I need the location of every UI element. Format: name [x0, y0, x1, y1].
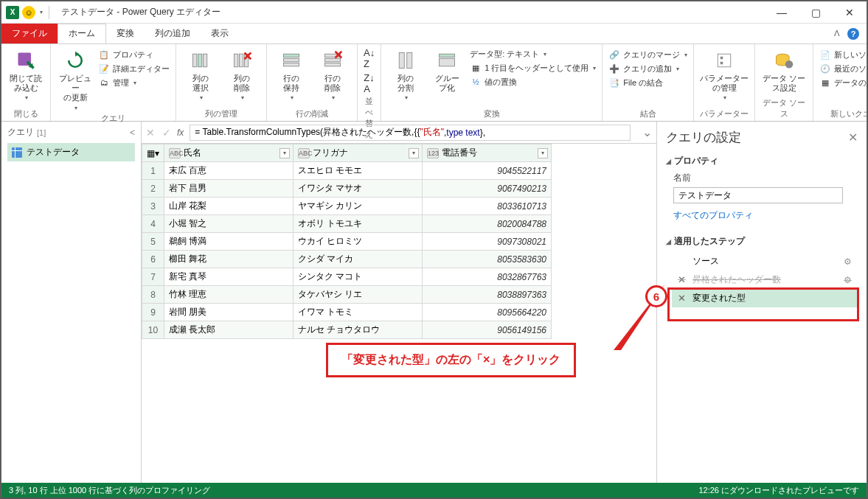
minimize-button[interactable]: ―	[765, 1, 799, 24]
data-type-button[interactable]: データ型: テキスト▾	[470, 49, 596, 60]
table-corner[interactable]: ▦▾	[142, 144, 164, 162]
group-by-button[interactable]: グルー プ化	[428, 47, 465, 93]
refresh-preview-button[interactable]: プレビュー の更新 ▾	[57, 47, 94, 111]
cell-furigana[interactable]: ナルセ チョウタロウ	[294, 321, 423, 339]
tab-file[interactable]: ファイル	[1, 24, 58, 43]
formula-expand-icon[interactable]: ⌄	[642, 125, 652, 139]
cell-phone[interactable]: 9097308021	[423, 233, 552, 251]
cell-phone[interactable]: 8053583630	[423, 251, 552, 268]
cell-furigana[interactable]: ヤマギシ カリン	[294, 198, 423, 215]
close-button[interactable]: ✕	[833, 1, 867, 24]
replace-values-button[interactable]: ½値の置換	[470, 76, 596, 88]
column-header-phone[interactable]: 123電話番号▾	[423, 144, 552, 162]
step-promoted-headers[interactable]: ✕昇格されたヘッダー数⚙	[672, 271, 858, 289]
fx-icon[interactable]: fx	[177, 128, 184, 138]
cell-name[interactable]: 小堀 智之	[164, 215, 294, 233]
advanced-editor-button[interactable]: 📝詳細エディター	[98, 63, 170, 74]
query-item[interactable]: テストデータ	[7, 143, 135, 161]
table-row[interactable]: 7 新宅 真琴 シンタク マコト 8032867763	[142, 268, 552, 286]
table-row[interactable]: 1 末広 百恵 スエヒロ モモエ 9045522117	[142, 162, 552, 180]
smiley-icon[interactable]: ☺	[22, 6, 35, 19]
cell-phone[interactable]: 8020084788	[423, 215, 552, 233]
cell-phone[interactable]: 9045522117	[423, 162, 552, 180]
gear-icon[interactable]: ⚙	[844, 257, 852, 267]
cell-furigana[interactable]: シンタク マコト	[294, 268, 423, 286]
cell-name[interactable]: 岩間 朋美	[164, 304, 294, 321]
table-row[interactable]: 10 成瀬 長太郎 ナルセ チョウタロウ 9056149156	[142, 321, 552, 339]
applied-steps-header[interactable]: 適用したステップ	[666, 235, 858, 248]
cell-phone[interactable]: 8033610713	[423, 198, 552, 215]
close-and-load-button[interactable]: 閉じて読 み込む ▾	[7, 47, 44, 101]
table-row[interactable]: 8 竹林 理恵 タケバヤシ リエ 8038897363	[142, 286, 552, 304]
column-header-name[interactable]: ABC氏名▾	[164, 144, 294, 162]
cell-name[interactable]: 鵜飼 博満	[164, 233, 294, 251]
table-row[interactable]: 4 小堀 智之 オボリ トモユキ 8020084788	[142, 215, 552, 233]
formula-input[interactable]: = Table.TransformColumnTypes(昇格されたヘッダー数,…	[190, 125, 631, 141]
qat-dropdown-icon[interactable]: ▾	[40, 9, 43, 15]
cell-phone[interactable]: 9067490213	[423, 180, 552, 198]
tab-home[interactable]: ホーム	[58, 24, 106, 43]
cell-name[interactable]: 竹林 理恵	[164, 286, 294, 304]
maximize-button[interactable]: ▢	[799, 1, 833, 24]
tab-addcolumn[interactable]: 列の追加	[145, 24, 201, 43]
manage-parameters-button[interactable]: パラメーター の管理▾	[700, 47, 749, 101]
sort-asc-button[interactable]: A↓Z	[364, 47, 375, 69]
enter-data-button[interactable]: ▦データの入力	[819, 77, 868, 88]
all-properties-link[interactable]: すべてのプロパティ	[673, 209, 858, 222]
table-row[interactable]: 2 岩下 昌男 イワシタ マサオ 9067490213	[142, 180, 552, 198]
properties-section-header[interactable]: プロパティ	[666, 155, 858, 167]
cell-furigana[interactable]: タケバヤシ リエ	[294, 286, 423, 304]
help-icon[interactable]: ?	[847, 28, 859, 40]
cell-phone[interactable]: 8032867763	[423, 268, 552, 286]
cell-furigana[interactable]: イワマ トモミ	[294, 304, 423, 321]
formula-accept-icon[interactable]: ✓	[162, 127, 171, 139]
collapse-ribbon-icon[interactable]: ᐱ	[834, 29, 840, 38]
remove-columns-button[interactable]: 列の 削除▾	[223, 47, 260, 101]
cell-furigana[interactable]: スエヒロ モモエ	[294, 162, 423, 180]
cell-name[interactable]: 櫛田 舞花	[164, 251, 294, 268]
tab-transform[interactable]: 変換	[106, 24, 145, 43]
manage-button[interactable]: 🗂管理▾	[98, 77, 170, 88]
sort-desc-button[interactable]: Z↓A	[364, 72, 374, 94]
cell-phone[interactable]: 8095664220	[423, 304, 552, 321]
group-query: プレビュー の更新 ▾ 📋プロパティ 📝詳細エディター 🗂管理▾ クエリ	[51, 44, 176, 121]
properties-button[interactable]: 📋プロパティ	[98, 49, 170, 60]
table-row[interactable]: 9 岩間 朋美 イワマ トモミ 8095664220	[142, 304, 552, 321]
split-column-button[interactable]: 列の 分割▾	[387, 47, 424, 101]
cell-name[interactable]: 末広 百恵	[164, 162, 294, 180]
tab-view[interactable]: 表示	[201, 24, 239, 43]
data-grid[interactable]: ▦▾ ABC氏名▾ ABCフリガナ▾ 123電話番号▾ 1 末広 百恵 スエヒロ…	[142, 144, 656, 483]
append-queries-button[interactable]: ➕クエリの追加▾	[608, 63, 687, 74]
cell-furigana[interactable]: イワシタ マサオ	[294, 180, 423, 198]
table-row[interactable]: 6 櫛田 舞花 クシダ マイカ 8053583630	[142, 251, 552, 268]
cell-furigana[interactable]: クシダ マイカ	[294, 251, 423, 268]
data-source-settings-button[interactable]: データ ソー ス設定	[761, 47, 807, 93]
queries-collapse-icon[interactable]: <	[130, 128, 135, 138]
first-row-header-button[interactable]: ▦1 行目をヘッダーとして使用▾	[470, 62, 596, 74]
cell-name[interactable]: 岩下 昌男	[164, 180, 294, 198]
settings-close-icon[interactable]: ✕	[848, 130, 858, 144]
table-row[interactable]: 5 鵜飼 博満 ウカイ ヒロミツ 9097308021	[142, 233, 552, 251]
queries-pane: クエリ [1] < テストデータ	[1, 122, 142, 483]
cell-furigana[interactable]: ウカイ ヒロミツ	[294, 233, 423, 251]
cell-phone[interactable]: 9056149156	[423, 321, 552, 339]
remove-rows-button[interactable]: 行の 削除▾	[314, 47, 351, 101]
cell-name[interactable]: 成瀬 長太郎	[164, 321, 294, 339]
new-source-button[interactable]: 📄新しいソース▾	[819, 49, 868, 60]
column-header-furigana[interactable]: ABCフリガナ▾	[294, 144, 423, 162]
step-source[interactable]: ソース⚙	[672, 252, 858, 271]
merge-queries-button[interactable]: 🔗クエリのマージ▾	[608, 49, 687, 60]
table-row[interactable]: 3 山岸 花梨 ヤマギシ カリン 8033610713	[142, 198, 552, 215]
choose-columns-button[interactable]: 列の 選択▾	[182, 47, 219, 101]
delete-step-icon[interactable]: ✕	[678, 274, 688, 285]
cell-name[interactable]: 山岸 花梨	[164, 198, 294, 215]
cell-furigana[interactable]: オボリ トモユキ	[294, 215, 423, 233]
name-input[interactable]	[673, 187, 843, 203]
recent-sources-button[interactable]: 🕘最近のソース▾	[819, 63, 868, 74]
keep-rows-button[interactable]: 行の 保持▾	[273, 47, 310, 101]
combine-files-button[interactable]: 📑File の結合	[608, 77, 687, 88]
cell-name[interactable]: 新宅 真琴	[164, 268, 294, 286]
gear-icon[interactable]: ⚙	[844, 275, 852, 285]
cell-phone[interactable]: 8038897363	[423, 286, 552, 304]
formula-cancel-icon[interactable]: ✕	[146, 127, 155, 139]
